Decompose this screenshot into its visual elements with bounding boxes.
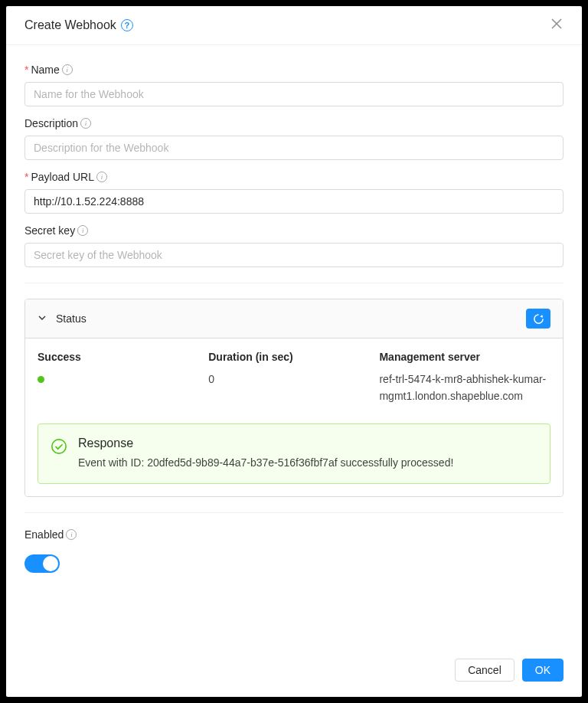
modal-title: Create Webhook — [24, 18, 116, 32]
divider — [24, 283, 564, 283]
name-label-row: * Name i — [24, 64, 564, 76]
secret-key-label-row: Secret key i — [24, 224, 564, 237]
secret-key-label: Secret key — [24, 224, 75, 237]
enabled-label: Enabled — [24, 528, 64, 541]
info-icon[interactable]: i — [96, 172, 107, 182]
description-input[interactable] — [24, 136, 564, 160]
create-webhook-modal: Create Webhook ? * Name i Description i … — [6, 6, 582, 697]
modal-header: Create Webhook ? — [6, 6, 582, 45]
name-label: Name — [31, 64, 59, 76]
info-icon[interactable]: i — [77, 225, 88, 236]
ok-button[interactable]: OK — [522, 659, 564, 682]
divider — [24, 512, 564, 513]
enabled-block: Enabled i — [24, 528, 564, 576]
refresh-button[interactable] — [526, 309, 550, 329]
status-panel-body: Success Duration (in sec) 0 Management s… — [25, 338, 563, 496]
required-mark: * — [24, 64, 28, 76]
status-panel-header[interactable]: Status — [25, 299, 563, 338]
status-panel: Status Success — [24, 299, 564, 497]
chevron-down-icon — [38, 312, 47, 325]
cancel-button[interactable]: Cancel — [455, 659, 514, 682]
description-label-row: Description i — [24, 117, 564, 129]
toggle-knob — [43, 556, 58, 571]
name-field-wrapper: * Name i — [24, 64, 564, 106]
success-value — [38, 371, 193, 387]
payload-url-input[interactable] — [24, 189, 564, 214]
success-column: Success — [38, 351, 193, 405]
mgmt-server-label: Management server — [379, 351, 550, 363]
info-icon[interactable]: i — [62, 64, 73, 75]
mgmt-server-value: ref-trl-5474-k-mr8-abhishek-kumar-mgmt1.… — [379, 371, 550, 405]
payload-url-field-wrapper: * Payload URL i — [24, 171, 564, 214]
modal-footer: Cancel OK — [6, 648, 582, 697]
help-icon[interactable]: ? — [121, 19, 133, 31]
duration-value: 0 — [208, 371, 364, 387]
modal-body: * Name i Description i * Payload URL i S — [6, 45, 582, 648]
description-label: Description — [24, 117, 78, 129]
payload-url-label: Payload URL — [31, 171, 94, 183]
success-label: Success — [38, 351, 193, 363]
close-icon[interactable] — [550, 17, 564, 34]
enabled-label-row: Enabled i — [24, 528, 564, 541]
required-mark: * — [24, 171, 28, 183]
status-panel-title: Status — [56, 312, 87, 325]
name-input[interactable] — [24, 82, 564, 106]
secret-key-input[interactable] — [24, 243, 564, 267]
response-message: Event with ID: 20dfed5d-9b89-44a7-b37e-5… — [78, 455, 453, 471]
status-columns: Success Duration (in sec) 0 Management s… — [38, 351, 550, 405]
svg-point-0 — [52, 440, 66, 453]
info-icon[interactable]: i — [66, 529, 77, 540]
description-field-wrapper: Description i — [24, 117, 564, 160]
response-alert-content: Response Event with ID: 20dfed5d-9b89-44… — [78, 437, 453, 471]
info-icon[interactable]: i — [80, 118, 91, 129]
duration-column: Duration (in sec) 0 — [208, 351, 364, 405]
duration-label: Duration (in sec) — [208, 351, 364, 363]
response-alert: Response Event with ID: 20dfed5d-9b89-44… — [38, 423, 550, 484]
success-indicator-icon — [38, 376, 44, 383]
check-circle-icon — [51, 438, 67, 455]
response-title: Response — [78, 437, 453, 450]
secret-key-field-wrapper: Secret key i — [24, 224, 564, 267]
mgmt-server-column: Management server ref-trl-5474-k-mr8-abh… — [379, 351, 550, 405]
enabled-toggle[interactable] — [24, 554, 60, 573]
payload-url-label-row: * Payload URL i — [24, 171, 564, 183]
